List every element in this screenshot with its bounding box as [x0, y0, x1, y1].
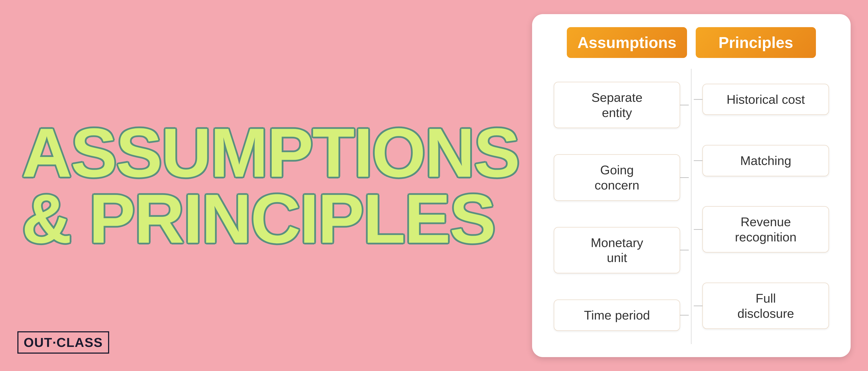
diagram-panel: Assumptions Principles Separateentity Go… — [532, 14, 850, 357]
title-line2: & PRINCIPLES — [22, 186, 519, 252]
header-principles: Principles — [696, 27, 816, 58]
principles-column: Historical cost Matching Revenuerecognit… — [691, 69, 833, 344]
assumption-separate-entity: Separateentity — [554, 82, 680, 128]
principle-full-disclosure: Fulldisclosure — [703, 283, 829, 329]
assumption-monetary-unit: Monetaryunit — [554, 227, 680, 273]
header-assumptions: Assumptions — [567, 27, 687, 58]
principle-matching: Matching — [703, 145, 829, 176]
content-row: Separateentity Goingconcern Monetaryunit… — [550, 69, 833, 344]
assumption-time-period: Time period — [554, 300, 680, 331]
principle-revenue-recognition: Revenuerecognition — [703, 206, 829, 252]
assumptions-column: Separateentity Goingconcern Monetaryunit… — [550, 69, 692, 344]
title-line1: ASSUMPTIONS — [22, 120, 519, 186]
headers-row: Assumptions Principles — [550, 27, 833, 58]
principle-historical-cost: Historical cost — [703, 84, 829, 115]
brand-badge: OUT·CLASS — [18, 331, 109, 353]
assumption-going-concern: Goingconcern — [554, 154, 680, 200]
left-section: ASSUMPTIONS & PRINCIPLES OUT·CLASS — [0, 0, 532, 371]
main-title: ASSUMPTIONS & PRINCIPLES — [22, 120, 519, 252]
brand-text: OUT·CLASS — [24, 335, 103, 350]
